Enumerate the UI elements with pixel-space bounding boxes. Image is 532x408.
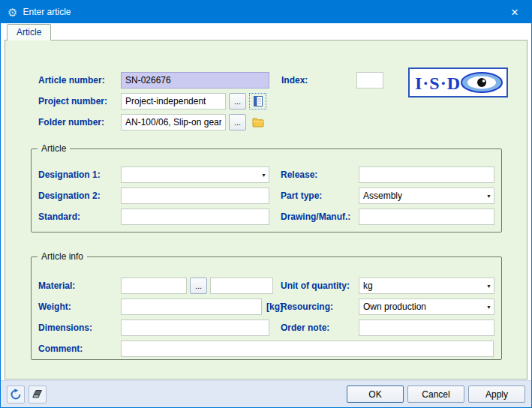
material-input-1[interactable] [121, 278, 187, 294]
folder-icon [252, 116, 264, 128]
article-info-groupbox-legend: Article info [38, 251, 87, 262]
article-number-label: Article number: [38, 75, 105, 86]
drawing-manuf-input[interactable] [359, 208, 494, 225]
chevron-down-icon: ▼ [261, 172, 266, 178]
titlebar[interactable]: ⚙ Enter article ✕ [1, 1, 531, 23]
article-groupbox-legend: Article [38, 143, 70, 154]
drawing-manuf-label: Drawing/Manuf.: [281, 212, 350, 222]
comment-input[interactable] [121, 340, 494, 357]
part-type-combobox[interactable]: Assembly ▼ [359, 188, 494, 204]
folder-open-button[interactable] [249, 114, 266, 130]
project-number-input[interactable] [121, 93, 226, 110]
unit-of-quantity-value: kg [363, 280, 483, 291]
article-number-input[interactable] [121, 72, 269, 88]
window-title: Enter article [23, 7, 71, 17]
refresh-button[interactable] [7, 386, 25, 404]
release-label: Release: [281, 170, 317, 180]
chevron-down-icon: ▼ [486, 304, 491, 310]
resourcing-label: Resourcing: [281, 302, 333, 312]
material-input-2[interactable] [210, 278, 273, 294]
chevron-down-icon: ▼ [486, 194, 491, 199]
eraser-icon [32, 388, 44, 400]
index-label: Index: [281, 75, 308, 86]
project-browse-button[interactable]: ... [229, 93, 246, 110]
unit-of-quantity-combobox[interactable]: kg ▼ [359, 278, 494, 294]
designation2-input[interactable] [121, 188, 269, 204]
cancel-button[interactable]: Cancel [407, 386, 464, 403]
material-browse-button[interactable]: ... [190, 278, 207, 294]
isd-logo-image: I·S·D [408, 68, 508, 98]
part-type-label: Part type: [281, 190, 322, 201]
designation1-label: Designation 1: [38, 170, 101, 180]
dimensions-input[interactable] [121, 320, 269, 336]
ok-button[interactable]: OK [347, 386, 404, 403]
tab-article[interactable]: Article [7, 24, 51, 40]
resourcing-value: Own production [363, 302, 483, 312]
standard-label: Standard: [38, 212, 80, 222]
designation1-combobox[interactable]: ▼ [121, 166, 269, 183]
isd-logo: I·S·D [408, 68, 508, 98]
footer-bar: OK Cancel Apply [1, 380, 531, 407]
material-label: Material: [38, 280, 75, 291]
svg-text:I·S·D: I·S·D [415, 74, 461, 93]
index-input[interactable] [356, 72, 383, 88]
article-panel: Article number: Index: I·S·D Project num… [5, 40, 527, 380]
project-number-label: Project number: [38, 96, 107, 106]
comment-label: Comment: [38, 344, 83, 354]
folder-number-input[interactable] [121, 114, 226, 130]
folder-browse-button[interactable]: ... [229, 114, 246, 130]
clear-fields-button[interactable] [29, 386, 47, 404]
catalog-book-icon [252, 95, 264, 107]
part-type-value: Assembly [363, 190, 483, 201]
project-catalog-button[interactable] [249, 93, 266, 110]
chevron-down-icon: ▼ [486, 284, 491, 289]
refresh-icon [10, 388, 22, 400]
standard-input[interactable] [121, 208, 269, 225]
folder-number-label: Folder number: [38, 117, 104, 128]
dimensions-label: Dimensions: [38, 322, 92, 333]
weight-input[interactable] [121, 298, 262, 315]
unit-of-quantity-label: Unit of quantity: [281, 280, 350, 291]
enter-article-dialog: ⚙ Enter article ✕ Article Article number… [0, 0, 532, 408]
tab-strip: Article [1, 23, 531, 40]
order-note-label: Order note: [281, 322, 329, 333]
order-note-input[interactable] [359, 320, 494, 336]
weight-label: Weight: [38, 302, 71, 312]
resourcing-combobox[interactable]: Own production ▼ [359, 298, 494, 315]
gear-icon: ⚙ [8, 7, 17, 18]
close-icon[interactable]: ✕ [498, 1, 531, 23]
designation2-label: Designation 2: [38, 190, 101, 201]
apply-button[interactable]: Apply [468, 386, 525, 403]
release-input[interactable] [359, 166, 494, 183]
